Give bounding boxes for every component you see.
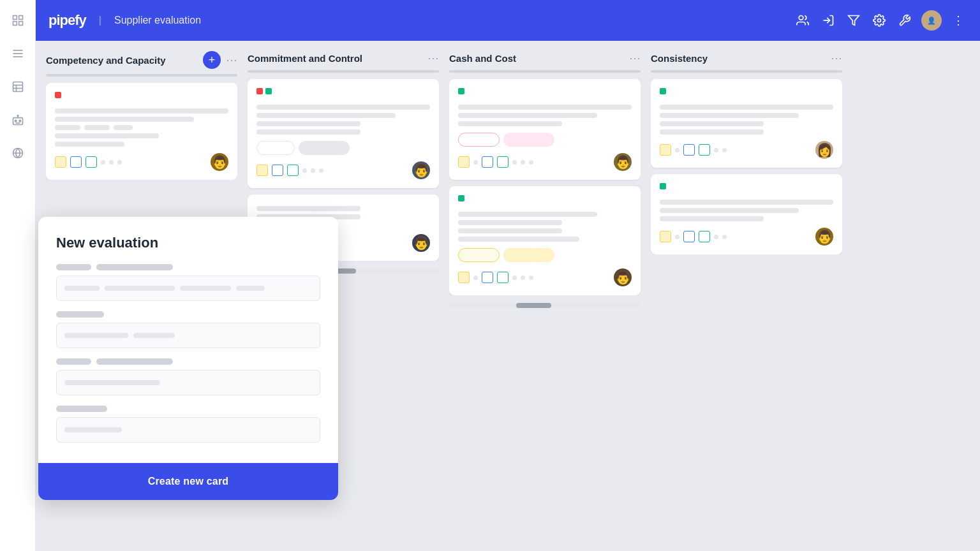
svg-point-14 <box>19 120 21 122</box>
card-tags <box>660 88 833 99</box>
field-label-bar <box>56 406 107 412</box>
column-title-commitment: Commitment and Control <box>248 53 422 64</box>
column-cash: Cash and Cost ⋯ <box>449 51 641 541</box>
card-icon-green <box>699 231 710 242</box>
header-logo-area: pipefy | Supplier evaluation <box>48 12 794 29</box>
card-footer: 👨 <box>256 161 430 179</box>
card-competency-1[interactable]: 👨 <box>46 83 237 180</box>
card-lines <box>660 200 833 221</box>
card-footer: 👨 <box>660 228 833 246</box>
card-consistency-1[interactable]: 👩 <box>651 79 842 168</box>
form-field-2 <box>56 311 320 348</box>
card-line <box>660 105 833 110</box>
users-icon[interactable] <box>794 11 812 29</box>
modal-body: New evaluation <box>38 217 338 463</box>
card-dot <box>512 276 517 280</box>
modal-title: New evaluation <box>56 235 320 251</box>
card-badges <box>458 248 632 262</box>
card-line <box>114 125 133 130</box>
card-line <box>256 105 430 110</box>
more-options-icon[interactable]: ⋮ <box>949 11 967 29</box>
card-dot <box>675 235 679 239</box>
form-field-1 <box>56 264 320 301</box>
card-dot <box>101 160 105 165</box>
placeholder-bar <box>64 333 128 338</box>
field-input-2[interactable] <box>56 323 320 348</box>
column-menu-commitment[interactable]: ⋯ <box>427 51 439 65</box>
enter-icon[interactable] <box>819 11 837 29</box>
card-line <box>660 208 799 213</box>
column-cards-competency: 👨 <box>46 83 237 180</box>
card-icons <box>55 156 122 168</box>
svg-point-17 <box>799 16 803 20</box>
card-line <box>458 228 562 233</box>
user-avatar[interactable]: 👤 <box>921 10 942 31</box>
column-menu-consistency[interactable]: ⋯ <box>831 51 842 65</box>
card-dot <box>714 235 718 239</box>
settings-icon[interactable] <box>870 11 888 29</box>
header-title: Supplier evaluation <box>114 15 201 26</box>
card-line <box>458 237 579 242</box>
card-footer: 👨 <box>458 268 632 286</box>
card-tag-green <box>458 88 464 94</box>
card-line <box>55 133 159 138</box>
sidebar-icon-grid[interactable] <box>8 10 28 31</box>
card-cash-1[interactable]: 👨 <box>449 79 641 180</box>
field-label-bar <box>56 264 91 270</box>
card-icon-orange <box>660 144 671 156</box>
card-consistency-2[interactable]: 👨 <box>651 174 842 254</box>
card-icons <box>660 144 727 156</box>
card-avatar: 👨 <box>412 234 430 252</box>
create-new-card-button[interactable]: Create new card <box>38 463 338 500</box>
card-dot <box>473 276 478 280</box>
card-icon-blue <box>70 156 82 168</box>
card-icon-blue <box>272 165 283 176</box>
card-cash-2[interactable]: 👨 <box>449 186 641 295</box>
card-dot <box>529 160 533 165</box>
sidebar-icon-table[interactable] <box>8 77 28 97</box>
sidebar-icon-globe[interactable] <box>8 143 28 163</box>
card-tag-red <box>256 88 263 94</box>
field-label-bar <box>56 358 91 365</box>
column-header-commitment: Commitment and Control ⋯ <box>248 51 439 65</box>
field-input-3[interactable] <box>56 370 320 395</box>
field-input-placeholder <box>64 333 175 338</box>
card-lines <box>660 105 833 135</box>
card-icon-green <box>699 144 710 156</box>
card-line <box>55 117 194 122</box>
wrench-icon[interactable] <box>896 11 914 29</box>
field-input-4[interactable] <box>56 417 320 443</box>
column-menu-competency[interactable]: ⋯ <box>226 53 237 67</box>
column-title-competency: Competency and Capacity <box>46 55 198 66</box>
column-menu-cash[interactable]: ⋯ <box>629 51 641 65</box>
column-add-button-competency[interactable]: + <box>203 51 221 69</box>
card-line <box>84 125 110 130</box>
card-icon-orange <box>458 156 470 168</box>
card-dot <box>722 235 727 239</box>
svg-point-13 <box>15 120 17 122</box>
field-input-placeholder <box>64 286 265 291</box>
column-header-cash: Cash and Cost ⋯ <box>449 51 641 65</box>
field-label-1 <box>56 264 320 270</box>
placeholder-bar <box>133 333 175 338</box>
card-line <box>458 105 632 110</box>
sidebar-icon-list[interactable] <box>8 43 28 64</box>
card-line <box>458 212 597 217</box>
card-avatar: 👨 <box>412 161 430 179</box>
card-commitment-1[interactable]: 👨 <box>248 79 439 188</box>
card-dot <box>109 160 114 165</box>
card-icon-orange <box>660 231 671 242</box>
card-line <box>660 200 833 205</box>
field-input-placeholder <box>64 380 160 385</box>
field-input-1[interactable] <box>56 276 320 301</box>
card-line <box>660 113 799 118</box>
card-icon-orange <box>55 156 66 168</box>
scrollbar-cash[interactable] <box>449 303 641 308</box>
card-lines <box>458 212 632 242</box>
filter-icon[interactable] <box>845 11 863 29</box>
pipefy-logo: pipefy <box>48 12 86 29</box>
card-icon-orange <box>256 165 268 176</box>
column-title-consistency: Consistency <box>651 53 826 64</box>
scrollbar-thumb <box>516 303 551 308</box>
sidebar-icon-bot[interactable] <box>8 110 28 130</box>
